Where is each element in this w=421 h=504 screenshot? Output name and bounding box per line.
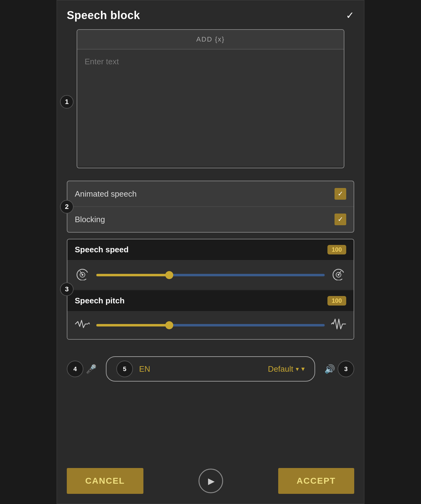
- confirm-icon[interactable]: ✓: [346, 10, 354, 21]
- options-section-wrapper: 2 Animated speech ✓ Blocking ✓: [67, 181, 354, 233]
- options-section: Animated speech ✓ Blocking ✓: [67, 181, 354, 233]
- speech-speed-value: 100: [327, 245, 346, 254]
- language-code: EN: [139, 364, 150, 374]
- speech-text-input[interactable]: [77, 50, 344, 166]
- section-3-badge: 3: [60, 282, 74, 296]
- lang-badge-wrapper: 5 EN: [116, 361, 150, 377]
- text-input-section: ADD {x}: [77, 29, 344, 168]
- animated-speech-label: Animated speech: [75, 189, 137, 199]
- speaker-icon: 🔊: [324, 364, 335, 374]
- add-variable-button[interactable]: ADD {x}: [77, 30, 344, 50]
- blocking-row: Blocking ✓: [67, 207, 354, 232]
- svg-point-3: [82, 274, 83, 276]
- pitch-thumb[interactable]: [165, 321, 173, 329]
- mic-control: 4 🎤: [67, 361, 97, 377]
- lang-badge: 5: [116, 361, 133, 377]
- speech-speed-row: [67, 260, 354, 290]
- language-selector[interactable]: 5 EN Default ▾: [106, 356, 315, 382]
- speech-speed-section: Speech speed 100: [67, 239, 354, 290]
- pitch-high-icon: [331, 318, 346, 332]
- play-button[interactable]: ▶: [198, 469, 223, 493]
- speech-block-dialog: Speech block ✓ 1 ADD {x} 2 Animated spee…: [57, 0, 364, 504]
- bottom-controls-bar: 4 🎤 5 EN Default ▾ 🔊 3: [57, 351, 364, 387]
- accept-button[interactable]: ACCEPT: [278, 468, 354, 494]
- dropdown-arrow-icon: ▾: [296, 365, 299, 373]
- voice-label: Default: [268, 364, 293, 374]
- pitch-low-icon: [75, 318, 90, 332]
- speed-slow-icon: [75, 267, 90, 283]
- sliders-section-wrapper: 3 Speech speed 100: [67, 239, 354, 340]
- blocking-checkbox[interactable]: ✓: [335, 214, 346, 225]
- speech-pitch-row: [67, 311, 354, 339]
- speed-thumb[interactable]: [165, 271, 173, 279]
- speech-pitch-title: Speech pitch: [75, 296, 125, 306]
- speech-speed-title: Speech speed: [75, 245, 129, 254]
- action-buttons-bar: CANCEL ▶ ACCEPT: [57, 462, 364, 504]
- speed-fast-icon: [331, 267, 346, 283]
- pitch-track-filled: [96, 324, 169, 326]
- speech-pitch-header: Speech pitch 100: [67, 290, 354, 311]
- sliders-section: Speech speed 100: [67, 239, 354, 340]
- speaker-badge: 3: [338, 361, 354, 377]
- animated-speech-checkbox[interactable]: ✓: [335, 188, 346, 200]
- speech-pitch-section: Speech pitch 100: [67, 290, 354, 339]
- text-section-wrapper: 1 ADD {x}: [67, 29, 354, 174]
- microphone-icon: 🎤: [86, 364, 97, 374]
- section-2-badge: 2: [60, 200, 74, 214]
- section-1-badge: 1: [60, 95, 74, 109]
- speech-speed-slider[interactable]: [96, 274, 325, 276]
- cancel-button[interactable]: CANCEL: [67, 468, 143, 494]
- speech-speed-header: Speech speed 100: [67, 239, 354, 260]
- speech-pitch-value: 100: [327, 296, 346, 306]
- animated-speech-row: Animated speech ✓: [67, 181, 354, 207]
- speech-pitch-slider[interactable]: [96, 324, 325, 326]
- speed-track-filled: [96, 274, 169, 276]
- blocking-label: Blocking: [75, 215, 105, 224]
- play-icon: ▶: [208, 476, 215, 486]
- dialog-header: Speech block ✓: [57, 0, 364, 29]
- speaker-control: 🔊 3: [324, 361, 354, 377]
- voice-selector[interactable]: Default ▾: [268, 364, 305, 374]
- mic-badge: 4: [67, 361, 83, 377]
- dialog-title: Speech block: [67, 9, 140, 22]
- svg-point-7: [338, 274, 339, 276]
